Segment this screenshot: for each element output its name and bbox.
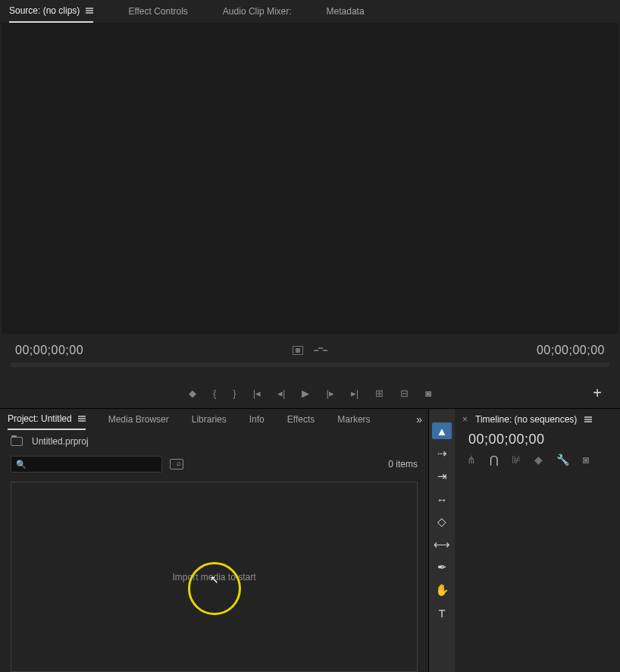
source-in-timecode[interactable]: 00;00;00;00 — [15, 344, 83, 357]
source-timeline-scrubber[interactable] — [0, 363, 620, 378]
project-media-area[interactable]: Import media to start ↖ — [11, 482, 418, 672]
tab-markers[interactable]: Markers — [337, 410, 370, 429]
source-out-timecode[interactable]: 00;00;00;00 — [537, 344, 605, 357]
tab-source-label: Source: (no clips) — [9, 5, 80, 16]
tab-timeline[interactable]: Timeline: (no sequences) — [475, 414, 577, 425]
tutorial-highlight-ring — [188, 562, 241, 615]
step-back-icon[interactable]: ◂| — [277, 388, 285, 399]
tools-panel: ▲ ⇢ ⇥ ↔ ◇ ⟷ ✒ ✋ T — [428, 408, 455, 672]
search-icon: 🔍 — [16, 460, 27, 469]
panel-menu-icon[interactable] — [86, 8, 93, 14]
tab-audio-clip-mixer[interactable]: Audio Clip Mixer: — [223, 1, 292, 22]
track-select-tool[interactable]: ⇢ — [432, 445, 452, 462]
add-marker-icon[interactable]: ◆ — [189, 388, 196, 399]
timeline-display-settings-icon[interactable]: 🔧 — [556, 454, 569, 466]
selection-tool[interactable]: ▲ — [432, 422, 452, 439]
source-monitor-panel: Source: (no clips) Effect Controls Audio… — [0, 0, 620, 408]
search-input[interactable] — [31, 459, 157, 469]
snap-icon[interactable]: ⋂ — [490, 454, 498, 466]
project-empty-message: Import media to start — [172, 572, 255, 583]
project-search-input[interactable]: 🔍 — [11, 456, 162, 473]
mark-out-icon[interactable]: } — [233, 388, 236, 399]
button-editor-icon[interactable]: + — [593, 385, 602, 402]
rate-stretch-tool[interactable]: ↔ — [432, 491, 452, 507]
insert-sequence-icon[interactable]: ⋔ — [467, 454, 476, 466]
go-to-out-icon[interactable]: ▸| — [351, 388, 359, 399]
timeline-settings-toolbar: ⋔ ⋂ ⊯ ◆ 🔧 ◙ — [455, 452, 620, 467]
razor-tool[interactable]: ◇ — [432, 513, 452, 530]
composite-view-icon[interactable] — [293, 346, 303, 355]
source-view-mode-icons — [293, 346, 327, 355]
waveform-view-icon[interactable] — [314, 347, 327, 353]
project-panel: Project: Untitled Media Browser Librarie… — [0, 408, 428, 672]
mark-in-icon[interactable]: { — [213, 388, 216, 399]
source-viewer[interactable] — [2, 23, 618, 334]
timeline-playhead-timecode[interactable]: 00;00;00;00 — [455, 430, 620, 452]
tab-metadata[interactable]: Metadata — [327, 1, 365, 22]
timeline-panel: × Timeline: (no sequences) 00;00;00;00 ⋔… — [455, 408, 620, 672]
source-tab-bar: Source: (no clips) Effect Controls Audio… — [0, 0, 620, 23]
panel-menu-icon[interactable] — [78, 416, 86, 422]
linked-selection-icon[interactable]: ⊯ — [512, 454, 521, 466]
tab-project-label: Project: Untitled — [8, 413, 72, 424]
step-forward-icon[interactable]: |▸ — [326, 388, 333, 399]
ripple-edit-tool[interactable]: ⇥ — [432, 468, 452, 485]
slip-tool[interactable]: ⟷ — [432, 536, 452, 553]
go-to-in-icon[interactable]: |◂ — [253, 388, 261, 399]
tab-media-browser[interactable]: Media Browser — [108, 410, 169, 429]
find-in-bins-icon[interactable] — [170, 459, 183, 469]
project-bin-icon — [11, 437, 23, 446]
source-time-row: 00;00;00;00 00;00;00;00 — [0, 334, 620, 363]
project-file-row: Untitled.prproj — [0, 430, 428, 453]
export-frame-icon[interactable]: ◙ — [425, 388, 431, 399]
tabs-overflow-icon[interactable]: » — [416, 413, 421, 425]
source-transport-controls: ◆ { } |◂ ◂| ▶ |▸ ▸| ⊞ ⊟ ◙ + — [0, 378, 620, 408]
add-marker-icon[interactable]: ◆ — [534, 454, 543, 466]
bottom-row: Project: Untitled Media Browser Librarie… — [0, 408, 620, 672]
play-icon[interactable]: ▶ — [302, 388, 309, 399]
tab-info[interactable]: Info — [249, 410, 265, 429]
overwrite-icon[interactable]: ⊟ — [400, 388, 409, 399]
tab-project[interactable]: Project: Untitled — [8, 409, 86, 430]
project-filename: Untitled.prproj — [32, 436, 89, 447]
timeline-tab-bar: × Timeline: (no sequences) — [455, 409, 620, 430]
close-tab-icon[interactable]: × — [462, 414, 468, 425]
hand-tool[interactable]: ✋ — [432, 582, 452, 598]
panel-menu-icon[interactable] — [584, 416, 592, 422]
tab-effect-controls[interactable]: Effect Controls — [128, 1, 187, 22]
pen-tool[interactable]: ✒ — [432, 559, 452, 576]
tab-effects[interactable]: Effects — [287, 410, 315, 429]
tab-libraries[interactable]: Libraries — [192, 410, 227, 429]
tab-source[interactable]: Source: (no clips) — [9, 0, 93, 23]
project-tab-bar: Project: Untitled Media Browser Librarie… — [0, 409, 428, 430]
project-search-row: 🔍 0 items — [0, 453, 428, 476]
insert-icon[interactable]: ⊞ — [375, 388, 384, 399]
caption-track-icon[interactable]: ◙ — [583, 454, 589, 466]
type-tool[interactable]: T — [432, 604, 452, 621]
project-item-count: 0 items — [388, 459, 418, 469]
